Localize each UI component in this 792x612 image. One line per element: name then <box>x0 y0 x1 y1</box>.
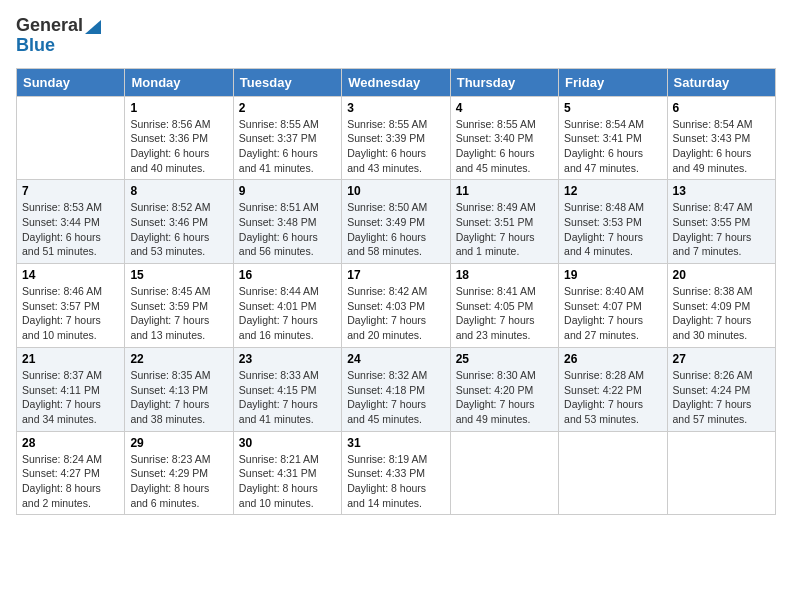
day-info: Sunrise: 8:32 AM Sunset: 4:18 PM Dayligh… <box>347 368 444 427</box>
calendar-cell: 13Sunrise: 8:47 AM Sunset: 3:55 PM Dayli… <box>667 180 775 264</box>
calendar-cell: 22Sunrise: 8:35 AM Sunset: 4:13 PM Dayli… <box>125 347 233 431</box>
day-info: Sunrise: 8:50 AM Sunset: 3:49 PM Dayligh… <box>347 200 444 259</box>
day-number: 5 <box>564 101 661 115</box>
day-number: 26 <box>564 352 661 366</box>
calendar-cell: 28Sunrise: 8:24 AM Sunset: 4:27 PM Dayli… <box>17 431 125 515</box>
calendar-week-row: 28Sunrise: 8:24 AM Sunset: 4:27 PM Dayli… <box>17 431 776 515</box>
day-info: Sunrise: 8:45 AM Sunset: 3:59 PM Dayligh… <box>130 284 227 343</box>
day-number: 8 <box>130 184 227 198</box>
calendar-cell: 2Sunrise: 8:55 AM Sunset: 3:37 PM Daylig… <box>233 96 341 180</box>
calendar-cell: 3Sunrise: 8:55 AM Sunset: 3:39 PM Daylig… <box>342 96 450 180</box>
day-info: Sunrise: 8:55 AM Sunset: 3:39 PM Dayligh… <box>347 117 444 176</box>
day-info: Sunrise: 8:42 AM Sunset: 4:03 PM Dayligh… <box>347 284 444 343</box>
calendar-cell: 29Sunrise: 8:23 AM Sunset: 4:29 PM Dayli… <box>125 431 233 515</box>
day-info: Sunrise: 8:53 AM Sunset: 3:44 PM Dayligh… <box>22 200 119 259</box>
calendar-cell <box>667 431 775 515</box>
calendar-week-row: 7Sunrise: 8:53 AM Sunset: 3:44 PM Daylig… <box>17 180 776 264</box>
calendar-cell: 15Sunrise: 8:45 AM Sunset: 3:59 PM Dayli… <box>125 264 233 348</box>
calendar-cell: 20Sunrise: 8:38 AM Sunset: 4:09 PM Dayli… <box>667 264 775 348</box>
day-info: Sunrise: 8:35 AM Sunset: 4:13 PM Dayligh… <box>130 368 227 427</box>
calendar-cell: 8Sunrise: 8:52 AM Sunset: 3:46 PM Daylig… <box>125 180 233 264</box>
day-header-wednesday: Wednesday <box>342 68 450 96</box>
day-info: Sunrise: 8:52 AM Sunset: 3:46 PM Dayligh… <box>130 200 227 259</box>
calendar-cell: 24Sunrise: 8:32 AM Sunset: 4:18 PM Dayli… <box>342 347 450 431</box>
calendar-cell: 10Sunrise: 8:50 AM Sunset: 3:49 PM Dayli… <box>342 180 450 264</box>
day-number: 17 <box>347 268 444 282</box>
day-number: 10 <box>347 184 444 198</box>
day-number: 24 <box>347 352 444 366</box>
day-number: 2 <box>239 101 336 115</box>
calendar-cell: 18Sunrise: 8:41 AM Sunset: 4:05 PM Dayli… <box>450 264 558 348</box>
day-info: Sunrise: 8:37 AM Sunset: 4:11 PM Dayligh… <box>22 368 119 427</box>
day-info: Sunrise: 8:26 AM Sunset: 4:24 PM Dayligh… <box>673 368 770 427</box>
calendar-cell: 31Sunrise: 8:19 AM Sunset: 4:33 PM Dayli… <box>342 431 450 515</box>
day-info: Sunrise: 8:19 AM Sunset: 4:33 PM Dayligh… <box>347 452 444 511</box>
calendar-week-row: 1Sunrise: 8:56 AM Sunset: 3:36 PM Daylig… <box>17 96 776 180</box>
day-info: Sunrise: 8:21 AM Sunset: 4:31 PM Dayligh… <box>239 452 336 511</box>
day-number: 14 <box>22 268 119 282</box>
calendar-cell <box>559 431 667 515</box>
day-number: 27 <box>673 352 770 366</box>
day-number: 4 <box>456 101 553 115</box>
day-header-thursday: Thursday <box>450 68 558 96</box>
day-info: Sunrise: 8:23 AM Sunset: 4:29 PM Dayligh… <box>130 452 227 511</box>
day-number: 20 <box>673 268 770 282</box>
day-number: 19 <box>564 268 661 282</box>
day-info: Sunrise: 8:49 AM Sunset: 3:51 PM Dayligh… <box>456 200 553 259</box>
day-info: Sunrise: 8:51 AM Sunset: 3:48 PM Dayligh… <box>239 200 336 259</box>
day-number: 1 <box>130 101 227 115</box>
day-info: Sunrise: 8:54 AM Sunset: 3:41 PM Dayligh… <box>564 117 661 176</box>
day-number: 29 <box>130 436 227 450</box>
day-header-friday: Friday <box>559 68 667 96</box>
day-header-saturday: Saturday <box>667 68 775 96</box>
calendar-cell: 17Sunrise: 8:42 AM Sunset: 4:03 PM Dayli… <box>342 264 450 348</box>
day-info: Sunrise: 8:38 AM Sunset: 4:09 PM Dayligh… <box>673 284 770 343</box>
day-info: Sunrise: 8:24 AM Sunset: 4:27 PM Dayligh… <box>22 452 119 511</box>
day-info: Sunrise: 8:33 AM Sunset: 4:15 PM Dayligh… <box>239 368 336 427</box>
day-number: 7 <box>22 184 119 198</box>
day-number: 22 <box>130 352 227 366</box>
day-info: Sunrise: 8:47 AM Sunset: 3:55 PM Dayligh… <box>673 200 770 259</box>
logo: GeneralBlue <box>16 16 101 56</box>
day-info: Sunrise: 8:30 AM Sunset: 4:20 PM Dayligh… <box>456 368 553 427</box>
day-number: 12 <box>564 184 661 198</box>
day-number: 3 <box>347 101 444 115</box>
day-header-monday: Monday <box>125 68 233 96</box>
day-info: Sunrise: 8:56 AM Sunset: 3:36 PM Dayligh… <box>130 117 227 176</box>
day-info: Sunrise: 8:48 AM Sunset: 3:53 PM Dayligh… <box>564 200 661 259</box>
day-number: 23 <box>239 352 336 366</box>
calendar-cell: 5Sunrise: 8:54 AM Sunset: 3:41 PM Daylig… <box>559 96 667 180</box>
day-header-sunday: Sunday <box>17 68 125 96</box>
calendar-cell: 12Sunrise: 8:48 AM Sunset: 3:53 PM Dayli… <box>559 180 667 264</box>
calendar-cell: 9Sunrise: 8:51 AM Sunset: 3:48 PM Daylig… <box>233 180 341 264</box>
day-info: Sunrise: 8:28 AM Sunset: 4:22 PM Dayligh… <box>564 368 661 427</box>
day-number: 13 <box>673 184 770 198</box>
calendar-week-row: 14Sunrise: 8:46 AM Sunset: 3:57 PM Dayli… <box>17 264 776 348</box>
day-number: 30 <box>239 436 336 450</box>
calendar-week-row: 21Sunrise: 8:37 AM Sunset: 4:11 PM Dayli… <box>17 347 776 431</box>
calendar-cell <box>450 431 558 515</box>
day-number: 16 <box>239 268 336 282</box>
calendar-header: SundayMondayTuesdayWednesdayThursdayFrid… <box>17 68 776 96</box>
day-info: Sunrise: 8:54 AM Sunset: 3:43 PM Dayligh… <box>673 117 770 176</box>
page-header: GeneralBlue <box>16 16 776 56</box>
day-number: 6 <box>673 101 770 115</box>
day-number: 31 <box>347 436 444 450</box>
calendar-cell: 21Sunrise: 8:37 AM Sunset: 4:11 PM Dayli… <box>17 347 125 431</box>
calendar-cell: 27Sunrise: 8:26 AM Sunset: 4:24 PM Dayli… <box>667 347 775 431</box>
calendar-cell <box>17 96 125 180</box>
day-number: 9 <box>239 184 336 198</box>
day-number: 15 <box>130 268 227 282</box>
day-header-tuesday: Tuesday <box>233 68 341 96</box>
calendar-cell: 16Sunrise: 8:44 AM Sunset: 4:01 PM Dayli… <box>233 264 341 348</box>
calendar-cell: 7Sunrise: 8:53 AM Sunset: 3:44 PM Daylig… <box>17 180 125 264</box>
day-number: 11 <box>456 184 553 198</box>
logo-text: GeneralBlue <box>16 16 101 56</box>
day-info: Sunrise: 8:44 AM Sunset: 4:01 PM Dayligh… <box>239 284 336 343</box>
day-number: 25 <box>456 352 553 366</box>
day-number: 18 <box>456 268 553 282</box>
calendar-cell: 23Sunrise: 8:33 AM Sunset: 4:15 PM Dayli… <box>233 347 341 431</box>
day-info: Sunrise: 8:55 AM Sunset: 3:40 PM Dayligh… <box>456 117 553 176</box>
day-info: Sunrise: 8:40 AM Sunset: 4:07 PM Dayligh… <box>564 284 661 343</box>
calendar-cell: 30Sunrise: 8:21 AM Sunset: 4:31 PM Dayli… <box>233 431 341 515</box>
